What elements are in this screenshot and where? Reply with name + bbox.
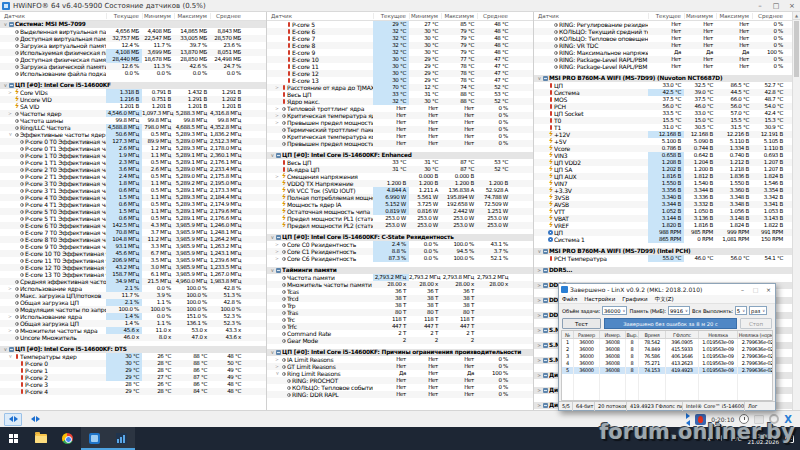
column-header-current[interactable]: Текущее	[648, 13, 684, 19]
sensor-row[interactable]: >Частоты ядер4,546.0 МГц1,097.3 МГц5,288…	[0, 110, 266, 117]
sensor-row[interactable]: >Расстояние от ядра до TJMAX70 °C12 °C74…	[267, 84, 533, 91]
sensor-row[interactable]: PCH56.0 °C46.0 °C56.0 °C54.0 °C	[534, 103, 800, 110]
sensor-section-row[interactable]: >ЦП [#0]: Intel Core i5-14600KF: C-State…	[267, 234, 533, 241]
scroll-right-button[interactable]	[26, 413, 44, 426]
sensor-row[interactable]: E-core 9 T0 Эффективная ча...93.1 МГц3.3…	[0, 243, 266, 250]
sensor-row[interactable]: Система42.5 °C39.0 °C44.5 °C42.8 °C	[534, 89, 800, 96]
sensor-row[interactable]: >ϟСмещения напряжения0.000 В0.000 В	[267, 173, 533, 180]
sensor-row[interactable]: Доступная виртуальная память32,757 МБ22,…	[0, 35, 266, 42]
expand-arrow-icon[interactable]: >	[2, 83, 9, 89]
sensor-row[interactable]: ϟSA VID1.201 В1.201 В1.201 В1.201 В	[0, 103, 266, 110]
sensor-row[interactable]: Весь ЦП33 °C31 °C88 °C53 °C	[267, 91, 533, 98]
column-header-minimum[interactable]: Минимум	[142, 13, 174, 19]
sensor-row[interactable]: ЦП Socket33.5 °C33.0 °C57.0 °C42.4 °C	[534, 110, 800, 117]
sensor-row[interactable]: Tcas36 T36 T36 T	[267, 288, 533, 295]
sensor-row[interactable]: Общая загрузка ЦП1.4 %1.1 %136.1 %52.3 %	[0, 320, 266, 327]
maximize-button[interactable]: □	[768, 0, 784, 12]
column-header-sensor[interactable]: Датчик	[534, 13, 648, 19]
sensor-row[interactable]: ϟ+12V12.168 В12.168 В12.216 В12.191 В	[534, 131, 800, 138]
runs-select[interactable]: 5	[735, 306, 747, 315]
sensor-row[interactable]: >Использование ядра2.1 %0.0 %100.0 %42.8…	[0, 285, 266, 292]
sensor-row[interactable]: P-core 5 T0 Эффективная ча...1.5 МГц1.1 …	[0, 208, 266, 215]
sensor-row[interactable]: P-core 0 T1 Эффективная ча...2.6 МГц1.2 …	[0, 145, 266, 152]
sensor-row[interactable]: P-core 0 T0 Эффективная ча...127.3 МГц89…	[0, 138, 266, 145]
sensor-row[interactable]: Критическая температура корпуса/кольцаНе…	[267, 133, 533, 140]
sensor-section-row[interactable]: >MSI PRO B760M-A WIFI (MS-7D99) (Intel P…	[534, 248, 800, 255]
sensor-row[interactable]: RING: Package-Level RAPL/PBM PL1НетНетНе…	[534, 56, 800, 63]
runs-unit-select[interactable]: раз	[749, 306, 767, 315]
sensor-row[interactable]: Множитель частоты памяти28.00 x28.00 x28…	[267, 281, 533, 288]
taskbar-hwinfo[interactable]	[81, 427, 108, 450]
all-memory-label[interactable]: Вся	[692, 308, 701, 314]
scrollbar-thumb[interactable]	[794, 21, 799, 77]
sensor-row[interactable]: E-core 11 T0 Эффективная ч...206.9 МГц3.…	[0, 257, 266, 264]
sensor-row[interactable]: ϟПредел мощности PL1 (статично)253.0 W25…	[267, 215, 533, 222]
linx-table-row[interactable]: 33600036008876.586406.16461.019563e-092.…	[562, 353, 772, 360]
expand-arrow-icon[interactable]: >	[2, 22, 9, 28]
sensor-row[interactable]: ϟПредел мощности PL2 (статично)253.0 W25…	[267, 222, 533, 229]
start-button[interactable]	[0, 427, 27, 450]
sensor-section-row[interactable]: >Система: MSI MS-7099	[0, 21, 266, 28]
column-header-average[interactable]: Среднее	[477, 13, 511, 19]
sensor-section-row[interactable]: >MSI PRO B760M-A WIFI (MS-7D99) (Nuvoton…	[534, 75, 800, 82]
sensor-row[interactable]: T131.0 °C30.5 °C31.5 °C30.9 °C	[534, 124, 800, 131]
tasks-select[interactable]: 36000	[602, 306, 627, 315]
expand-arrow-icon[interactable]: >	[7, 354, 14, 360]
sensor-row[interactable]: Command Rate2 T2 T2 T	[267, 330, 533, 337]
sensor-row[interactable]: RING: PROCHOTНетНетНет0 %	[267, 377, 533, 384]
expand-arrow-icon[interactable]: >	[274, 371, 281, 377]
sensor-row[interactable]: T015.5 °C15.0 °C15.5 °C15.3 °C	[534, 117, 800, 124]
sensor-row[interactable]: ϟVBAT3.144 В3.136 В3.148 В3.143 В	[534, 215, 800, 222]
sensor-row[interactable]: E-core 13 T0 Эффективная ч...158.7 МГц6.…	[0, 271, 266, 278]
sensor-row[interactable]: Uncore Множитель46.0 x8.0 x47.0 x43.6 x	[0, 334, 266, 341]
linx-table-empty-row[interactable]	[562, 374, 772, 381]
expand-arrow-icon[interactable]: >	[269, 350, 276, 356]
sensor-row[interactable]: Ядро макс.32 °C30 °C88 °C52 °C	[267, 98, 533, 105]
expand-arrow-icon[interactable]: >	[269, 153, 276, 159]
linx-minimize-button[interactable]: –	[736, 284, 749, 295]
sensor-row[interactable]: ϟЦП SA1.202 В1.200 В1.218 В1.207 В	[534, 166, 800, 173]
sensor-row[interactable]: Выделенная виртуальная память4,656 МБ4,4…	[0, 28, 266, 35]
sensor-row[interactable]: Средняя эффективная частота34.9 МГц21.5 …	[0, 278, 266, 285]
sensor-row[interactable]: RING: VR TDCНетНетНет0 %	[534, 42, 800, 49]
sensor-row[interactable]: P-core 2 T0 Эффективная ча...3.6 МГц2.6 …	[0, 166, 266, 173]
sensor-section-row[interactable]: >Тайминги памяти	[267, 267, 533, 274]
sensor-row[interactable]: КОЛЬЦО: Тепловое событиеНетНетНет0 %	[267, 384, 533, 391]
column-header-maximum[interactable]: Максимум	[716, 13, 752, 19]
column-header-sensor[interactable]: Датчик	[0, 13, 106, 19]
stop-button[interactable]: Стоп	[740, 318, 772, 329]
menu-file[interactable]: Файл	[562, 296, 577, 302]
sensor-row[interactable]: Система 1865 RPM0 RPM1,081 RPM150 RPM	[534, 236, 800, 243]
sensor-row[interactable]: >Core C6 Резидентность87.3 %0.0 %100.0 %…	[267, 255, 533, 262]
sensor-row[interactable]: RING: Package-Level RAPL/PBM PL2,PL3НетН…	[534, 63, 800, 70]
sensor-row[interactable]: Весь ЦП33 °C31 °C87 °C53 °C	[267, 159, 533, 166]
sensor-row[interactable]: P-core 4 T0 Эффективная ча...1.5 МГц1.1 …	[0, 194, 266, 201]
expand-arrow-icon[interactable]: >	[536, 76, 543, 82]
sensor-row[interactable]: Частота шины99.8 МГц99.8 МГц99.8 МГц99.8…	[0, 117, 266, 124]
sensor-row[interactable]: ϟVTT1.052 В1.050 В1.056 В1.053 В	[534, 208, 800, 215]
sensor-row[interactable]: MOS37.5 °C37.5 °C66.0 °C48.7 °C	[534, 96, 800, 103]
sensor-row[interactable]: E-core 1130 °C29 °C78 °C47 °C	[267, 63, 533, 70]
taskbar-chrome[interactable]	[54, 427, 81, 450]
menu-language[interactable]: 中文(Z)	[655, 296, 674, 303]
linx-maximize-button[interactable]: □	[749, 284, 762, 295]
sensor-row[interactable]: Trfc447 T447 T447 T	[267, 323, 533, 330]
sensor-row[interactable]: >Тепловой троттлинг ядраНетНетНет0 %	[267, 105, 533, 112]
sensor-row[interactable]: >IA Limit ReasonsНетНетНет0 %	[267, 356, 533, 363]
sensor-row[interactable]: >Критическая температура ядраНетНетНет0 …	[267, 112, 533, 119]
sensor-row[interactable]: ϟЦП VDD21.208 В1.204 В1.212 В1.207 В	[534, 159, 800, 166]
sensor-row[interactable]: ϟVREF1.820 В1.816 В1.824 В1.822 В	[534, 222, 800, 229]
sensor-row[interactable]: ϟМощность ядер IA5.152 W3.725 W192.658 W…	[267, 201, 533, 208]
sensor-row[interactable]: Использование файла подкачки0.0 %0.0 %0.…	[0, 70, 266, 77]
sensor-row[interactable]: E-core 632 °C30 °C79 °C48 °C	[267, 28, 533, 35]
expand-arrow-icon[interactable]: >	[7, 132, 14, 138]
sensor-row[interactable]: P-core 030 °C28 °C88 °C50 °C	[0, 360, 266, 367]
sensor-row[interactable]: >Эффективные частоты ядер50.6 МГц0.5 МГц…	[0, 131, 266, 138]
scrollbar-up-arrow[interactable]: ▲	[793, 12, 800, 20]
sensor-section-row[interactable]: >DDR5...	[534, 267, 800, 274]
linx-table-row[interactable]: 53600036008874.153419.49231.019563e-092.…	[562, 367, 772, 374]
sensor-row[interactable]: ϟAVSB3.344 В3.332 В3.348 В3.341 В	[534, 201, 800, 208]
sensor-row[interactable]: P-core 328 °C26 °C86 °C48 °C	[0, 381, 266, 388]
sensor-row[interactable]: RING: Максимальное напряжение VR, ICC...…	[534, 49, 800, 56]
sensor-row[interactable]: Tras80 T80 T80 T	[267, 309, 533, 316]
